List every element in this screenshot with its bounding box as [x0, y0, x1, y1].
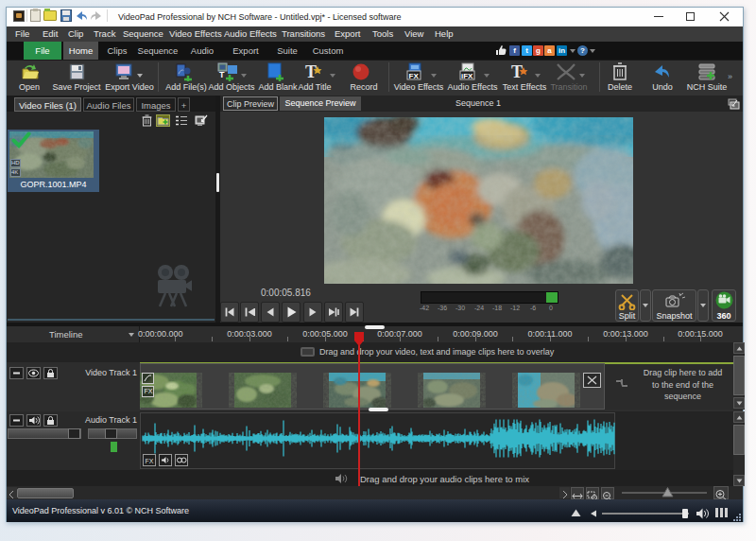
svg-text:FX: FX	[146, 458, 154, 464]
